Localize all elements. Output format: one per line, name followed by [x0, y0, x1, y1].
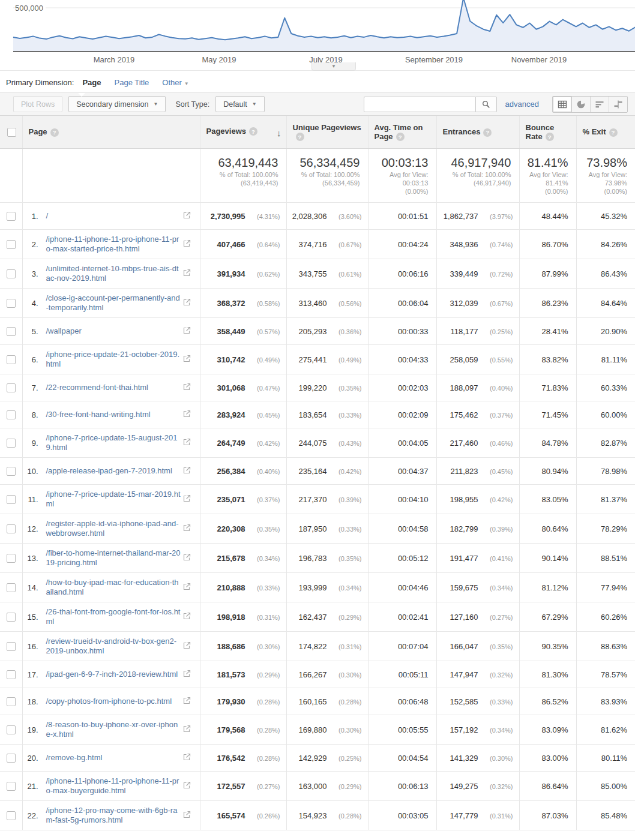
row-checkbox[interactable] [7, 410, 16, 419]
page-link[interactable]: /wallpaper [46, 326, 181, 336]
open-in-new-icon[interactable] [183, 355, 191, 364]
row-checkbox[interactable] [7, 554, 16, 563]
row-checkbox[interactable] [7, 355, 16, 364]
sort-type-button[interactable]: Default ▼ [215, 96, 265, 112]
column-header-exit[interactable]: % Exit? [576, 116, 635, 149]
row-checkbox[interactable] [7, 725, 16, 734]
page-link[interactable]: /how-to-buy-ipad-mac-for-education-thail… [46, 578, 181, 597]
open-in-new-icon[interactable] [183, 269, 191, 278]
open-in-new-icon[interactable] [183, 553, 191, 563]
page-link[interactable]: /close-ig-account-per-permanently-and-te… [46, 293, 181, 313]
pageviews-cell: 220,308(0.35%) [200, 514, 286, 544]
open-in-new-icon[interactable] [183, 494, 191, 504]
plot-rows-button[interactable]: Plot Rows [13, 96, 62, 112]
open-in-new-icon[interactable] [183, 524, 191, 533]
page-link[interactable]: /iphone-11-iphone-11-pro-iphone-11-pro-m… [46, 776, 181, 796]
comparison-view-button[interactable] [609, 97, 627, 112]
open-in-new-icon[interactable] [183, 725, 191, 734]
open-in-new-icon[interactable] [183, 466, 191, 476]
help-icon[interactable]: ? [546, 133, 554, 141]
help-icon[interactable]: ? [396, 133, 405, 141]
column-header-page[interactable]: Page? [22, 116, 200, 149]
page-link[interactable]: /copy-photos-from-iphone-to-pc.html [46, 697, 181, 706]
entrances-cell: 312,039(0.67%) [436, 289, 519, 318]
row-checkbox[interactable] [7, 613, 16, 622]
open-in-new-icon[interactable] [183, 211, 191, 221]
chart-collapse-tab[interactable]: ▼ [311, 62, 356, 71]
page-link[interactable]: /fiber-to-home-internet-thailand-mar-201… [46, 548, 181, 568]
row-checkbox[interactable] [7, 670, 16, 679]
column-header-unique-pageviews[interactable]: Unique Pageviews? [286, 116, 368, 149]
page-link[interactable]: /apple-release-ipad-gen-7-2019.html [46, 466, 181, 476]
row-checkbox[interactable] [7, 467, 16, 476]
percentage-view-button[interactable] [571, 97, 590, 112]
page-link[interactable]: /ipad-gen-6-9-7-inch-2018-review.html [46, 670, 181, 679]
dimension-tab-page-title[interactable]: Page Title [115, 78, 149, 87]
row-checkbox[interactable] [7, 299, 16, 308]
open-in-new-icon[interactable] [183, 811, 191, 820]
performance-view-button[interactable] [590, 97, 609, 112]
search-button[interactable] [475, 97, 497, 112]
page-link[interactable]: /22-recommend-font-thai.html [46, 383, 181, 392]
open-in-new-icon[interactable] [183, 410, 191, 419]
open-in-new-icon[interactable] [183, 326, 191, 336]
help-icon[interactable]: ? [296, 133, 304, 141]
page-link[interactable]: / [46, 211, 181, 221]
page-link[interactable]: /iphone-7-price-update-15-mar-2019.html [46, 490, 181, 509]
row-checkbox[interactable] [7, 524, 16, 533]
search-input[interactable] [364, 97, 475, 112]
help-icon[interactable]: ? [609, 128, 618, 137]
open-in-new-icon[interactable] [183, 670, 191, 679]
open-in-new-icon[interactable] [183, 641, 191, 651]
secondary-dimension-button[interactable]: Secondary dimension ▼ [68, 96, 166, 112]
table-row: 21. /iphone-11-iphone-11-pro-iphone-11-p… [0, 772, 635, 801]
help-icon[interactable]: ? [483, 128, 492, 137]
column-header-pageviews[interactable]: ↓ Pageviews? [200, 116, 286, 149]
row-checkbox[interactable] [7, 269, 16, 278]
page-link[interactable]: /8-reason-to-buy-iphone-xr-over-iphone-x… [46, 720, 181, 739]
page-link[interactable]: /unlimited-internet-10-mbps-true-ais-dta… [46, 264, 181, 283]
open-in-new-icon[interactable] [183, 298, 191, 308]
page-link[interactable]: /iphone-11-iphone-11-pro-iphone-11-pro-m… [46, 235, 181, 254]
sort-descending-icon[interactable]: ↓ [277, 128, 281, 138]
row-checkbox[interactable] [7, 495, 16, 504]
open-in-new-icon[interactable] [183, 781, 191, 791]
page-link[interactable]: /26-thai-font-from-google-font-for-ios.h… [46, 607, 181, 626]
row-checkbox[interactable] [7, 212, 16, 221]
row-checkbox[interactable] [7, 327, 16, 336]
page-link[interactable]: /remove-bg.html [46, 753, 181, 763]
dimension-tab-other[interactable]: Other▼ [162, 78, 188, 87]
page-link[interactable]: /iphone-12-pro-may-come-with-6gb-ram-fas… [46, 806, 181, 825]
page-link[interactable]: /iphone-price-update-21-october-2019.htm… [46, 350, 181, 369]
open-in-new-icon[interactable] [183, 239, 191, 249]
column-header-bounce-rate[interactable]: Bounce Rate? [519, 116, 576, 149]
avg-time-cell: 00:06:48 [368, 688, 436, 715]
table-view-button[interactable] [553, 97, 571, 112]
select-all-checkbox[interactable] [7, 128, 16, 137]
row-checkbox[interactable] [7, 642, 16, 651]
advanced-search-link[interactable]: advanced [505, 100, 539, 109]
row-checkbox[interactable] [7, 383, 16, 392]
open-in-new-icon[interactable] [183, 697, 191, 706]
open-in-new-icon[interactable] [183, 753, 191, 763]
row-checkbox[interactable] [7, 240, 16, 249]
page-link[interactable]: /review-trueid-tv-android-tv-box-gen2-20… [46, 637, 181, 656]
row-checkbox[interactable] [7, 811, 16, 820]
row-checkbox[interactable] [7, 697, 16, 706]
open-in-new-icon[interactable] [183, 438, 191, 448]
open-in-new-icon[interactable] [183, 383, 191, 392]
open-in-new-icon[interactable] [183, 583, 191, 592]
help-icon[interactable]: ? [50, 128, 59, 137]
open-in-new-icon[interactable] [183, 612, 191, 622]
page-link[interactable]: /register-apple-id-via-iphone-ipad-and-w… [46, 519, 181, 538]
row-checkbox[interactable] [7, 754, 16, 763]
dimension-tab-page[interactable]: Page [82, 78, 101, 87]
row-checkbox[interactable] [7, 439, 16, 448]
column-header-entrances[interactable]: Entrances? [436, 116, 519, 149]
row-checkbox[interactable] [7, 782, 16, 791]
column-header-avg-time[interactable]: Avg. Time on Page? [368, 116, 436, 149]
help-icon[interactable]: ? [249, 127, 257, 136]
page-link[interactable]: /30-free-font-hand-writing.html [46, 410, 181, 419]
row-checkbox[interactable] [7, 583, 16, 592]
page-link[interactable]: /iphone-7-price-update-15-august-2019.ht… [46, 433, 181, 452]
